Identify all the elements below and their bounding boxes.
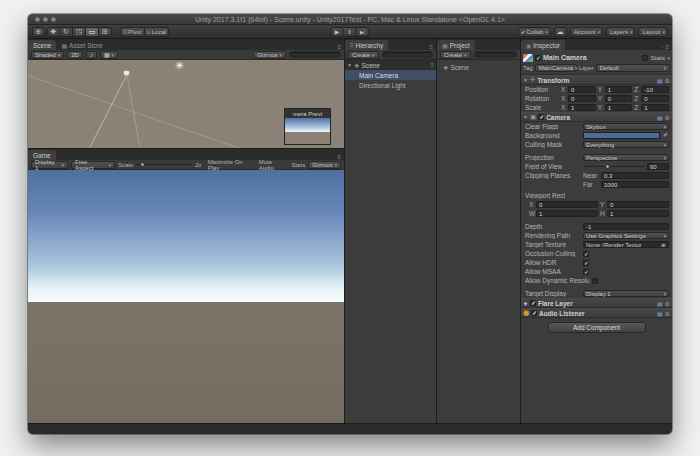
slider-handle[interactable] xyxy=(140,162,145,167)
clear-flags-dropdown[interactable]: Skybox▾ xyxy=(583,123,669,130)
fov-value-field[interactable]: 60 xyxy=(647,163,669,170)
background-color-swatch[interactable] xyxy=(583,132,660,139)
stats-button[interactable]: Stats xyxy=(291,162,305,168)
hierarchy-scene-row[interactable]: ▼ ❖ Scene ≡ xyxy=(345,60,436,70)
display-dropdown[interactable]: Display 1 ▾ xyxy=(31,161,68,169)
project-search-input[interactable] xyxy=(474,51,517,58)
play-button[interactable]: ▶ xyxy=(331,27,344,37)
viewport-y-field[interactable]: 0 xyxy=(607,201,669,208)
lock-icon[interactable]: ◦ xyxy=(661,44,663,50)
shading-mode-dropdown[interactable]: Shaded ▾ xyxy=(31,51,64,59)
target-texture-field[interactable]: None (Render Textur◉ xyxy=(583,241,669,248)
hierarchy-item-main-camera[interactable]: Main Camera xyxy=(345,70,436,80)
minimize-window-button[interactable] xyxy=(43,17,48,22)
zoom-window-button[interactable] xyxy=(51,17,56,22)
audio-listener-enabled-checkbox[interactable]: ✓ xyxy=(531,310,537,316)
tab-project[interactable]: ▦ Project xyxy=(437,40,475,50)
scene-panel-menu-icon[interactable]: ≡ xyxy=(337,44,344,50)
foldout-arrow-icon[interactable]: ▼ xyxy=(523,114,528,120)
game-scale-slider[interactable] xyxy=(136,161,192,168)
transform-component-header[interactable]: ▼ ✛ Transform ▤ ⚙ xyxy=(521,75,672,85)
directional-light-gizmo[interactable]: ☀ xyxy=(175,60,184,71)
flare-layer-component-header[interactable]: ✦ ✓ Flare Layer ▤ ⚙ xyxy=(521,298,672,308)
tab-hierarchy[interactable]: ≡ Hierarchy xyxy=(345,40,388,50)
reference-book-icon[interactable]: ▤ xyxy=(657,310,663,317)
static-checkbox[interactable] xyxy=(642,55,648,61)
eyedropper-icon[interactable]: ✐ xyxy=(663,132,669,139)
static-dropdown[interactable]: Static ▾ xyxy=(642,55,670,61)
project-create-dropdown[interactable]: Create ▾ xyxy=(440,51,471,59)
slider-handle[interactable] xyxy=(605,164,610,169)
project-item-scene[interactable]: ❖ Scene xyxy=(437,62,520,72)
fov-slider[interactable] xyxy=(583,163,645,170)
reference-book-icon[interactable]: ▤ xyxy=(657,300,663,307)
camera-enabled-checkbox[interactable]: ✓ xyxy=(538,114,544,120)
position-z-field[interactable]: -10 xyxy=(641,86,669,93)
scale-x-field[interactable]: 1 xyxy=(568,104,596,111)
hierarchy-create-dropdown[interactable]: Create ▾ xyxy=(348,51,379,59)
scene-row-menu-icon[interactable]: ≡ xyxy=(430,62,434,68)
close-window-button[interactable] xyxy=(35,17,40,22)
transform-tool-button[interactable]: ⊞ xyxy=(99,27,112,37)
tab-inspector[interactable]: ◉ Inspector xyxy=(521,40,565,50)
position-y-field[interactable]: 1 xyxy=(605,86,633,93)
maximize-on-play-button[interactable]: Maximize On Play xyxy=(208,159,256,171)
layout-dropdown[interactable]: Layout ▾ xyxy=(638,27,668,37)
scene-search-input[interactable] xyxy=(289,51,341,58)
tab-asset-store[interactable]: ▦ Asset Store xyxy=(56,40,107,50)
allow-dynamic-resolution-checkbox[interactable] xyxy=(592,278,598,284)
viewport-h-field[interactable]: 1 xyxy=(607,210,669,217)
cloud-button[interactable]: ☁ xyxy=(554,27,567,37)
scene-gizmos-dropdown[interactable]: Gizmos ▾ xyxy=(253,51,286,59)
layers-dropdown[interactable]: Layers ▾ xyxy=(606,27,636,37)
local-toggle-button[interactable]: ⊙ Local xyxy=(145,27,170,37)
position-x-field[interactable]: 0 xyxy=(568,86,596,93)
rotation-x-field[interactable]: 0 xyxy=(568,95,596,102)
tag-dropdown[interactable]: MainCamera ▾ xyxy=(535,64,577,72)
game-panel-menu-icon[interactable]: ≡ xyxy=(337,154,344,160)
culling-mask-dropdown[interactable]: Everything▾ xyxy=(583,141,669,148)
step-button[interactable]: ▶| xyxy=(357,27,370,37)
hierarchy-item-directional-light[interactable]: Directional Light xyxy=(345,80,436,90)
pause-button[interactable]: ‖ xyxy=(344,27,357,37)
scene-audio-toggle[interactable]: ♪ xyxy=(86,51,97,59)
game-viewport[interactable] xyxy=(28,170,344,423)
inspector-panel-menu-icon[interactable]: ≡ xyxy=(665,44,669,50)
scene-viewport[interactable]: ☀ mera Previ xyxy=(28,60,344,148)
gameobject-name[interactable]: Main Camera xyxy=(543,54,587,61)
reference-book-icon[interactable]: ▤ xyxy=(657,77,663,84)
viewport-x-field[interactable]: 0 xyxy=(536,201,598,208)
mute-audio-button[interactable]: Mute Audio xyxy=(259,159,289,171)
hierarchy-panel-menu-icon[interactable]: ≡ xyxy=(429,44,436,50)
audio-listener-component-header[interactable]: ◉ ✓ Audio Listener ▤ ⚙ xyxy=(521,308,672,318)
foldout-arrow-icon[interactable]: ▼ xyxy=(347,62,352,68)
occlusion-culling-checkbox[interactable]: ✓ xyxy=(583,251,589,257)
viewport-w-field[interactable]: 1 xyxy=(536,210,598,217)
2d-toggle-button[interactable]: 2D xyxy=(67,51,83,59)
object-picker-icon[interactable]: ◉ xyxy=(661,241,666,248)
gear-icon[interactable]: ⚙ xyxy=(665,310,670,317)
camera-gizmo[interactable] xyxy=(124,71,129,75)
rendering-path-dropdown[interactable]: Use Graphics Settings▾ xyxy=(583,232,669,239)
rect-tool-button[interactable]: ▭ xyxy=(86,27,99,37)
aspect-dropdown[interactable]: Free Aspect ▾ xyxy=(71,161,115,169)
reference-book-icon[interactable]: ▤ xyxy=(657,114,663,121)
tab-scene[interactable]: Scene xyxy=(28,40,56,50)
gear-icon[interactable]: ⚙ xyxy=(665,114,670,121)
layer-dropdown[interactable]: Default ▾ xyxy=(596,64,670,72)
add-component-button[interactable]: Add Component xyxy=(548,322,646,333)
gear-icon[interactable]: ⚙ xyxy=(665,77,670,84)
pivot-toggle-button[interactable]: ⊡ Pivot xyxy=(120,27,145,37)
camera-component-header[interactable]: ▼ ▣ ✓ Camera ▤ ⚙ xyxy=(521,112,672,122)
foldout-arrow-icon[interactable]: ▼ xyxy=(523,77,528,83)
near-field[interactable]: 0.3 xyxy=(601,172,669,179)
tab-game[interactable]: Game xyxy=(28,150,56,160)
allow-hdr-checkbox[interactable]: ✓ xyxy=(583,260,589,266)
gear-icon[interactable]: ⚙ xyxy=(665,300,670,307)
target-display-dropdown[interactable]: Display 1▾ xyxy=(583,290,669,297)
rotation-z-field[interactable]: 0 xyxy=(641,95,669,102)
game-gizmos-dropdown[interactable]: Gizmos ▾ xyxy=(308,161,341,169)
hand-tool-button[interactable]: ⊕ xyxy=(32,27,45,37)
allow-msaa-checkbox[interactable]: ✓ xyxy=(583,269,589,275)
scale-y-field[interactable]: 1 xyxy=(605,104,633,111)
